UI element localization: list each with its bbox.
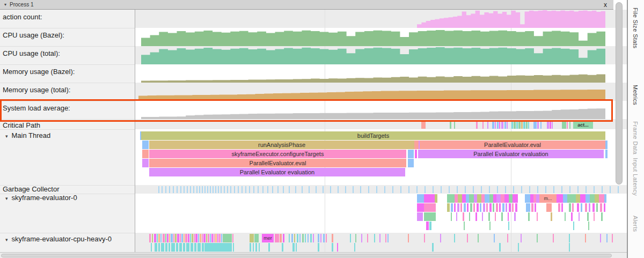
gc-event[interactable] <box>489 186 490 193</box>
cpu-heavy-event[interactable] <box>161 243 164 252</box>
gc-event[interactable] <box>272 186 273 193</box>
critical-path-event[interactable] <box>567 121 568 129</box>
gc-event[interactable] <box>302 186 303 193</box>
critical-path-event[interactable] <box>476 121 478 129</box>
evaluator0-event[interactable] <box>496 194 501 203</box>
evaluator0-event[interactable] <box>426 222 429 230</box>
evaluator0-event[interactable] <box>473 203 475 212</box>
evaluator0-event[interactable] <box>451 203 453 212</box>
evaluator0-event[interactable] <box>501 194 504 203</box>
gc-event[interactable] <box>441 186 442 193</box>
evaluator0-event[interactable] <box>579 212 580 221</box>
evaluator0-event[interactable] <box>604 203 605 212</box>
gc-event[interactable] <box>594 186 595 193</box>
cpu-heavy-event[interactable] <box>158 243 160 252</box>
critical-path-event[interactable] <box>514 121 516 129</box>
cpu-heavy-event[interactable] <box>175 234 177 242</box>
gc-event[interactable] <box>449 186 450 193</box>
cpu-heavy-event[interactable] <box>195 234 197 242</box>
gc-event[interactable] <box>158 186 159 193</box>
cpu-heavy-event[interactable] <box>151 243 152 252</box>
evaluator0-event[interactable] <box>464 203 466 212</box>
cpu-heavy-event[interactable] <box>179 243 182 252</box>
cpu-heavy-event[interactable] <box>181 234 183 242</box>
gc-event[interactable] <box>207 186 208 193</box>
critical-path-event[interactable] <box>516 121 518 129</box>
gc-event[interactable] <box>316 186 317 193</box>
cpu-heavy-event[interactable] <box>387 234 389 242</box>
cpu-heavy-event[interactable] <box>318 243 319 252</box>
evaluator0-event[interactable] <box>581 203 582 212</box>
horizontal-scrollbar-thumb[interactable] <box>1 254 612 257</box>
cpu-heavy-event[interactable] <box>158 234 160 242</box>
gc-event[interactable] <box>277 186 279 193</box>
cpu-heavy-event[interactable] <box>203 234 206 242</box>
critical-path-event[interactable] <box>487 121 488 129</box>
gc-event[interactable] <box>513 186 514 193</box>
cpu-heavy-event[interactable] <box>176 243 178 252</box>
collapse-arrow-icon[interactable]: ▾ <box>5 196 8 201</box>
trace-slice[interactable] <box>414 141 419 149</box>
tab-metrics[interactable]: Metrics <box>632 85 639 105</box>
gc-event[interactable] <box>537 186 538 193</box>
cpu-heavy-event[interactable] <box>313 234 314 242</box>
evaluator0-event[interactable] <box>577 203 579 212</box>
gc-event[interactable] <box>193 186 194 193</box>
collapse-arrow-icon[interactable]: ▾ <box>4 2 6 7</box>
trace-slice[interactable] <box>419 141 420 149</box>
evaluator0-event[interactable] <box>571 212 573 221</box>
evaluator0-event[interactable] <box>489 222 491 230</box>
cpu-heavy-event[interactable] <box>206 234 207 242</box>
counter-chart-cpu-usage-bazel[interactable] <box>141 28 605 46</box>
critical-path-event[interactable] <box>533 121 537 129</box>
cpu-heavy-event[interactable] <box>171 234 173 242</box>
counter-chart-memory-usage-bazel[interactable] <box>141 64 605 83</box>
evaluator0-event[interactable] <box>565 212 566 221</box>
counter-chart-cpu-usage-total[interactable] <box>141 46 605 64</box>
gc-event[interactable] <box>199 186 200 193</box>
gc-event[interactable] <box>234 186 235 193</box>
gc-event[interactable] <box>230 186 231 193</box>
evaluator0-event[interactable]: m... <box>539 194 557 203</box>
cpu-heavy-event[interactable] <box>155 243 157 252</box>
gc-event[interactable] <box>360 186 361 193</box>
cpu-heavy-event[interactable] <box>289 234 290 242</box>
cpu-heavy-event[interactable] <box>297 234 298 242</box>
evaluator0-event[interactable] <box>601 212 603 221</box>
cpu-heavy-event[interactable] <box>173 234 174 242</box>
gc-event[interactable] <box>338 186 339 193</box>
gc-event[interactable] <box>224 186 225 193</box>
gc-event[interactable] <box>262 186 264 193</box>
close-icon[interactable]: x <box>604 0 607 10</box>
evaluator0-event[interactable] <box>504 194 509 203</box>
cpu-heavy-event[interactable] <box>214 234 215 242</box>
counter-chart-action-count[interactable] <box>417 10 605 28</box>
cpu-heavy-event[interactable] <box>367 234 368 242</box>
trace-slice[interactable] <box>140 131 141 140</box>
cpu-heavy-event[interactable] <box>177 234 179 242</box>
cpu-heavy-event[interactable] <box>171 243 175 252</box>
cpu-heavy-event[interactable] <box>268 243 270 252</box>
cpu-heavy-event[interactable] <box>280 234 282 242</box>
critical-path-event[interactable] <box>521 121 523 129</box>
cpu-heavy-event[interactable] <box>215 234 217 242</box>
gc-event[interactable] <box>400 186 401 193</box>
evaluator0-event[interactable] <box>480 203 481 212</box>
gc-event[interactable] <box>521 186 522 193</box>
critical-path-event[interactable] <box>497 121 499 129</box>
cpu-heavy-event[interactable] <box>354 243 355 252</box>
evaluator0-event[interactable] <box>417 194 424 203</box>
gc-event[interactable] <box>245 186 246 193</box>
collapse-arrow-icon[interactable]: ▾ <box>5 237 8 242</box>
cpu-heavy-event[interactable] <box>440 234 441 242</box>
gc-event[interactable] <box>241 186 243 193</box>
critical-path-event[interactable] <box>482 121 484 129</box>
evaluator0-event[interactable] <box>531 203 533 212</box>
cpu-heavy-event[interactable] <box>292 243 295 252</box>
gc-event[interactable] <box>258 186 259 193</box>
evaluator0-event[interactable] <box>456 212 457 221</box>
evaluator0-event[interactable] <box>508 222 509 230</box>
gc-event[interactable] <box>202 186 203 193</box>
gc-event[interactable] <box>190 186 191 193</box>
evaluator0-event[interactable] <box>470 203 472 212</box>
